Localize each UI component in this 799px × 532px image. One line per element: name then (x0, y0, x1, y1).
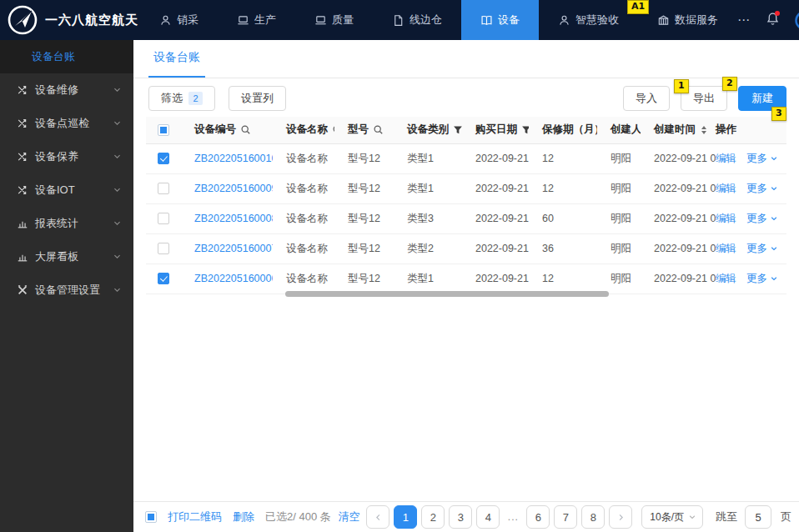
nav-item-smart-acceptance[interactable]: 智慧验收 (539, 0, 638, 40)
chevron-down-icon (770, 214, 778, 223)
sidebar: 设备台账 设备维修 设备点巡检 设备保养 设备IOT 报表统计 (0, 40, 133, 532)
equipment-code-link[interactable]: ZB202205160008 (194, 213, 273, 224)
header-model: 型号 (348, 123, 369, 137)
search-icon[interactable] (373, 124, 384, 135)
brand: 一六八航空航天 (0, 3, 140, 37)
nav-item-sales[interactable]: 销采 (140, 0, 218, 40)
tab-equipment-ledger[interactable]: 设备台账 (148, 50, 205, 78)
footer-select-all-checkbox[interactable] (145, 511, 157, 523)
sidebar-item-label: 设备维修 (35, 83, 78, 98)
cell-creator: 明阳 (611, 183, 631, 194)
cell-name: 设备名称 (286, 273, 328, 284)
edit-link[interactable]: 编辑 (716, 183, 736, 194)
horizontal-scrollbar[interactable] (285, 291, 609, 297)
row-checkbox[interactable] (158, 153, 169, 164)
avatar (794, 10, 799, 31)
filter-funnel-icon[interactable] (521, 125, 529, 135)
crossed-tools-icon (17, 118, 28, 129)
nav-item-quality[interactable]: 质量 (295, 0, 373, 40)
cell-model: 型号12 (348, 213, 380, 224)
page-ellipsis[interactable]: ... (504, 511, 522, 523)
more-menu-icon[interactable]: ⋯ (737, 16, 751, 24)
sidebar-item-dashboard-screen[interactable]: 大屏看板 (0, 240, 133, 274)
header-actions: 操作 (716, 123, 736, 135)
select-all-checkbox[interactable] (158, 124, 169, 136)
table-header-row: 设备编号 设备名称 型号 设备类别 购买日期 保修期（月） 创建人 创建时间 (146, 117, 786, 143)
search-icon[interactable] (332, 124, 334, 135)
row-checkbox[interactable] (158, 243, 169, 254)
equipment-code-link[interactable]: ZB202205160010 (194, 153, 273, 164)
page-button-2[interactable]: 2 (421, 505, 445, 529)
sidebar-item-label: 设备IOT (35, 183, 75, 198)
row-checkbox[interactable] (158, 183, 169, 194)
cell-created-time: 2022-09-21 0 (654, 183, 716, 194)
nav-item-data-service[interactable]: 数据服务 (638, 0, 737, 40)
next-page-button[interactable] (609, 505, 632, 529)
clear-selection-link[interactable]: 清空 (339, 509, 360, 524)
equipment-code-link[interactable]: ZB202205160009 (194, 183, 273, 194)
nav-item-label: 数据服务 (675, 13, 718, 28)
more-dropdown[interactable]: 更多 (746, 212, 778, 226)
nav-item-lineside-warehouse[interactable]: 线边仓 (373, 0, 461, 40)
edit-link[interactable]: 编辑 (716, 153, 736, 164)
page-button-4[interactable]: 4 (476, 505, 500, 529)
notification-bell[interactable] (766, 12, 780, 29)
jump-page-suffix: 页 (781, 509, 791, 524)
more-dropdown[interactable]: 更多 (746, 272, 778, 286)
sidebar-item-equipment-settings[interactable]: 设备管理设置 (0, 274, 133, 307)
more-label: 更多 (746, 182, 767, 196)
page-button-8[interactable]: 8 (581, 505, 605, 529)
more-dropdown[interactable]: 更多 (746, 242, 778, 256)
page-button-7[interactable]: 7 (554, 505, 577, 529)
search-icon[interactable] (240, 124, 251, 135)
sidebar-item-equipment-iot[interactable]: 设备IOT (0, 173, 133, 207)
page-size-select[interactable]: 10条/页 (641, 505, 703, 529)
tools-icon (17, 284, 28, 296)
filter-funnel-icon[interactable] (453, 125, 462, 135)
cell-buy-date: 2022-09-21 (475, 183, 529, 194)
nav-item-equipment[interactable]: 设备 (461, 0, 539, 40)
equipment-code-link[interactable]: ZB202205160007 (194, 243, 273, 254)
user-menu[interactable]: 吴东阳 (794, 0, 799, 43)
sidebar-item-equipment-repair[interactable]: 设备维修 (0, 73, 133, 107)
cell-created-time: 2022-09-21 0 (654, 273, 716, 284)
edit-link[interactable]: 编辑 (716, 273, 736, 284)
row-checkbox[interactable] (158, 273, 169, 284)
company-logo-icon (6, 3, 39, 37)
filter-label: 筛选 (161, 91, 183, 106)
page-button-6[interactable]: 6 (526, 505, 550, 529)
equipment-code-link[interactable]: ZB202205160006 (194, 273, 273, 284)
sort-icon[interactable] (701, 126, 706, 134)
crossed-tools-icon (17, 151, 28, 163)
jump-page-input[interactable] (745, 505, 771, 529)
sidebar-item-equipment-maintenance[interactable]: 设备保养 (0, 140, 133, 173)
nav-item-production[interactable]: 生产 (218, 0, 295, 40)
filter-count-badge: 2 (188, 92, 203, 105)
notification-dot (775, 11, 780, 16)
print-qrcode-link[interactable]: 打印二维码 (168, 509, 222, 524)
create-label: 新建 (751, 91, 773, 106)
prev-page-button[interactable] (366, 505, 389, 529)
table-row: ZB202205160009 设备名称 型号12 类型1 2022-09-21 … (146, 173, 786, 203)
chevron-down-icon (113, 84, 122, 97)
sidebar-item-report-statistics[interactable]: 报表统计 (0, 207, 133, 240)
page-button-3[interactable]: 3 (449, 505, 472, 529)
document-icon (392, 14, 405, 27)
annotation-marker-1: 1 (674, 79, 689, 93)
edit-link[interactable]: 编辑 (716, 243, 736, 254)
page-button-1[interactable]: 1 (394, 505, 417, 529)
filter-button[interactable]: 筛选 2 (148, 86, 215, 111)
sidebar-item-equipment-inspection[interactable]: 设备点巡检 (0, 107, 133, 140)
delete-link[interactable]: 删除 (233, 509, 254, 524)
toolbar: 筛选 2 设置列 导入 导出 新建 (148, 86, 786, 111)
sidebar-item-equipment-ledger[interactable]: 设备台账 (0, 40, 133, 73)
row-checkbox[interactable] (158, 213, 169, 224)
edit-link[interactable]: 编辑 (716, 213, 736, 224)
more-label: 更多 (746, 272, 767, 286)
set-columns-button[interactable]: 设置列 (229, 86, 286, 111)
more-dropdown[interactable]: 更多 (746, 182, 778, 196)
import-button[interactable]: 导入 (623, 86, 670, 111)
footer-bar: 打印二维码 删除 已选2/ 400 条 清空 1 2 3 4 ... 6 7 8… (133, 501, 799, 532)
more-dropdown[interactable]: 更多 (746, 152, 778, 166)
cell-model: 型号12 (348, 243, 380, 254)
